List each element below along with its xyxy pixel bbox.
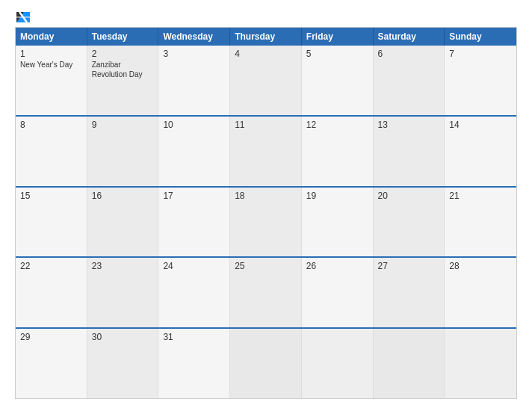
day-number: 20 xyxy=(378,191,440,201)
day-number: 12 xyxy=(306,120,368,130)
cal-cell: 20 xyxy=(374,188,445,257)
day-number: 29 xyxy=(20,332,82,342)
day-number: 19 xyxy=(306,191,368,201)
day-number: 2 xyxy=(92,49,154,59)
week-row-3: 15161718192021 xyxy=(16,186,516,257)
cal-cell: 10 xyxy=(158,117,230,186)
cal-cell xyxy=(230,329,302,398)
day-number: 24 xyxy=(163,261,225,271)
logo-flag-icon xyxy=(16,12,30,22)
cal-cell: 5 xyxy=(302,46,374,115)
cal-cell xyxy=(445,329,516,398)
header xyxy=(15,12,517,22)
week-row-2: 891011121314 xyxy=(16,115,516,186)
day-number: 4 xyxy=(235,49,297,59)
cal-cell: 31 xyxy=(158,329,230,398)
day-number: 15 xyxy=(20,191,82,201)
cal-cell: 11 xyxy=(230,117,302,186)
cal-cell: 19 xyxy=(302,188,374,257)
cal-cell: 3 xyxy=(158,46,230,115)
day-number: 7 xyxy=(449,49,512,59)
cal-cell: 6 xyxy=(374,46,445,115)
cal-cell: 16 xyxy=(87,188,159,257)
cal-cell: 18 xyxy=(230,188,302,257)
cal-cell: 26 xyxy=(302,258,374,327)
week-row-4: 22232425262728 xyxy=(16,256,516,327)
day-number: 27 xyxy=(378,261,440,271)
cal-cell: 8 xyxy=(16,117,87,186)
calendar-header: MondayTuesdayWednesdayThursdayFridaySatu… xyxy=(16,28,516,46)
cal-cell: 7 xyxy=(445,46,516,115)
cal-cell: 9 xyxy=(87,117,159,186)
cal-cell: 12 xyxy=(302,117,374,186)
header-day-tuesday: Tuesday xyxy=(87,28,159,46)
cal-cell: 17 xyxy=(158,188,230,257)
cal-cell: 22 xyxy=(16,258,87,327)
cal-cell xyxy=(374,329,445,398)
day-number: 22 xyxy=(20,261,82,271)
day-number: 31 xyxy=(163,332,225,342)
page: MondayTuesdayWednesdayThursdayFridaySatu… xyxy=(0,0,532,411)
day-number: 9 xyxy=(92,120,154,130)
cal-cell: 27 xyxy=(374,258,445,327)
week-row-5: 293031 xyxy=(16,327,516,398)
calendar: MondayTuesdayWednesdayThursdayFridaySatu… xyxy=(15,27,517,399)
day-number: 3 xyxy=(163,49,225,59)
day-number: 26 xyxy=(306,261,368,271)
header-day-sunday: Sunday xyxy=(445,28,516,46)
day-number: 28 xyxy=(449,261,512,271)
header-day-saturday: Saturday xyxy=(374,28,445,46)
day-number: 25 xyxy=(235,261,297,271)
cal-cell: 23 xyxy=(87,258,159,327)
cal-cell: 4 xyxy=(230,46,302,115)
day-number: 23 xyxy=(92,261,154,271)
day-number: 11 xyxy=(235,120,297,130)
cal-cell: 25 xyxy=(230,258,302,327)
logo xyxy=(15,12,30,22)
week-row-1: 1New Year's Day2Zanzibar Revolution Day3… xyxy=(16,46,516,115)
day-number: 14 xyxy=(449,120,512,130)
header-day-monday: Monday xyxy=(16,28,87,46)
day-number: 21 xyxy=(449,191,512,201)
cal-cell: 15 xyxy=(16,188,87,257)
cal-cell: 24 xyxy=(158,258,230,327)
header-day-friday: Friday xyxy=(302,28,374,46)
day-number: 18 xyxy=(235,191,297,201)
holiday-label: Zanzibar Revolution Day xyxy=(92,60,154,79)
logo-blue-row xyxy=(15,12,30,22)
header-day-wednesday: Wednesday xyxy=(158,28,230,46)
holiday-label: New Year's Day xyxy=(20,60,82,69)
cal-cell: 30 xyxy=(87,329,159,398)
cal-cell: 1New Year's Day xyxy=(16,46,87,115)
cal-cell: 28 xyxy=(445,258,516,327)
calendar-body: 1New Year's Day2Zanzibar Revolution Day3… xyxy=(16,46,516,398)
cal-cell: 21 xyxy=(445,188,516,257)
day-number: 10 xyxy=(163,120,225,130)
cal-cell xyxy=(302,329,374,398)
cal-cell: 13 xyxy=(374,117,445,186)
header-day-thursday: Thursday xyxy=(230,28,302,46)
day-number: 13 xyxy=(378,120,440,130)
day-number: 16 xyxy=(92,191,154,201)
day-number: 1 xyxy=(20,49,82,59)
cal-cell: 2Zanzibar Revolution Day xyxy=(87,46,159,115)
day-number: 8 xyxy=(20,120,82,130)
day-number: 30 xyxy=(92,332,154,342)
cal-cell: 29 xyxy=(16,329,87,398)
day-number: 5 xyxy=(306,49,368,59)
day-number: 17 xyxy=(163,191,225,201)
day-number: 6 xyxy=(378,49,440,59)
cal-cell: 14 xyxy=(445,117,516,186)
